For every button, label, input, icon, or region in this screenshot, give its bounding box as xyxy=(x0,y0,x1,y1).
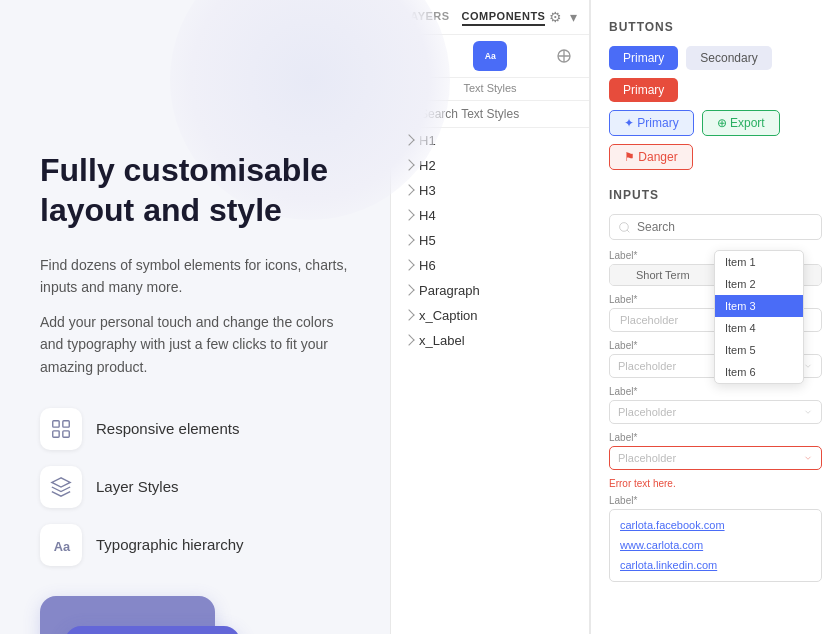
description-block: Find dozens of symbol elements for icons… xyxy=(40,254,350,378)
tree-item-label: x_Caption xyxy=(419,308,478,323)
input-4-placeholder: Placeholder xyxy=(618,406,676,418)
tree-arrow-icon xyxy=(403,309,414,320)
input-4-arrow-icon xyxy=(803,407,813,417)
layers-icon xyxy=(50,476,72,498)
dropdown-item-5[interactable]: Item 5 xyxy=(715,339,803,361)
typo-icon-box: Aa xyxy=(40,524,82,566)
feature-layer: Layer Styles xyxy=(40,466,350,508)
danger-button-1[interactable]: Primary xyxy=(609,78,678,102)
cards-stack: 01 Primary02 Primary Light03 Primary Dar… xyxy=(40,596,350,634)
input-error-field: Label* Placeholder Error text here. xyxy=(609,432,822,489)
feature-typo: Aa Typographic hierarchy xyxy=(40,524,350,566)
shortterm-option[interactable]: Short Term xyxy=(610,265,716,285)
svg-line-10 xyxy=(627,230,629,232)
tree-arrow-icon xyxy=(403,209,414,220)
tree-arrow-icon xyxy=(403,184,414,195)
error-input-placeholder: Placeholder xyxy=(618,452,676,464)
secondary-button[interactable]: Secondary xyxy=(686,46,771,70)
gear-icon[interactable]: ⚙ xyxy=(549,9,562,25)
export-button[interactable]: ⊕ Export xyxy=(702,110,780,136)
link-2[interactable]: www.carlota.com xyxy=(620,536,811,556)
links-list: carlota.facebook.com www.carlota.com car… xyxy=(609,509,822,582)
error-input[interactable]: Placeholder xyxy=(609,446,822,470)
features-list: Responsive elements Layer Styles Aa Typo… xyxy=(40,408,350,566)
text-style-icon-btn[interactable]: Aa xyxy=(473,41,507,71)
svg-rect-2 xyxy=(53,431,59,437)
layer-icon-box xyxy=(40,466,82,508)
text-icon: Aa xyxy=(50,534,72,556)
grid-icon xyxy=(50,418,72,440)
tree-item-label: H4 xyxy=(419,208,436,223)
tab-components[interactable]: COMPONENTS xyxy=(462,8,546,26)
tree-item-label: x_Label xyxy=(419,333,465,348)
dropdown-item-2[interactable]: Item 2 xyxy=(715,273,803,295)
card-2: 02 Primary Light xyxy=(65,626,240,634)
tree-item-paragraph[interactable]: Paragraph xyxy=(391,278,589,303)
dropdown-item-6[interactable]: Item 6 xyxy=(715,361,803,383)
right-wrapper: BUTTONS Primary Secondary Primary ✦ Prim… xyxy=(609,20,822,582)
svg-rect-0 xyxy=(53,421,59,427)
tree-item-h3[interactable]: H3 xyxy=(391,178,589,203)
dropdown-item-1[interactable]: Item 1 xyxy=(715,251,803,273)
dropdown-placeholder: Placeholder xyxy=(618,360,676,372)
links-field: Label* carlota.facebook.com www.carlota.… xyxy=(609,495,822,582)
dropdown-arrow-icon xyxy=(803,361,813,371)
style-tree: H1H2H3H4H5H6Paragraphx_Captionx_Label xyxy=(391,128,589,634)
svg-point-9 xyxy=(620,222,629,231)
tabs-right: ⚙ ▾ xyxy=(549,9,577,25)
tree-item-label: H5 xyxy=(419,233,436,248)
feature-responsive-label: Responsive elements xyxy=(96,420,239,437)
tree-arrow-icon xyxy=(403,234,414,245)
buttons-row-1: Primary Secondary Primary xyxy=(609,46,822,102)
primary-button-1[interactable]: Primary xyxy=(609,46,678,70)
error-input-arrow-icon xyxy=(803,453,813,463)
label-4: Label* xyxy=(609,386,822,397)
tree-item-h4[interactable]: H4 xyxy=(391,203,589,228)
color-icon xyxy=(556,48,572,64)
input-search-row[interactable] xyxy=(609,214,822,240)
main-title: Fully customisable layout and style xyxy=(40,150,350,230)
desc-2: Add your personal touch and change the c… xyxy=(40,311,350,378)
svg-text:Aa: Aa xyxy=(485,51,496,61)
inputs-search-field[interactable] xyxy=(637,220,787,234)
text-styles-icon: Aa xyxy=(482,48,498,64)
dropdown-list: Item 1 Item 2 Item 3 Item 4 Item 5 Item … xyxy=(714,250,804,384)
label-5: Label* xyxy=(609,432,822,443)
color-icon-btn[interactable] xyxy=(547,41,581,71)
label-6: Label* xyxy=(609,495,822,506)
tree-item-x_label[interactable]: x_Label xyxy=(391,328,589,353)
responsive-icon-box xyxy=(40,408,82,450)
primary-outline-button[interactable]: ✦ Primary xyxy=(609,110,694,136)
link-3[interactable]: carlota.linkedin.com xyxy=(620,556,811,576)
left-panel: Fully customisable layout and style Find… xyxy=(0,0,390,634)
input-4[interactable]: Placeholder xyxy=(609,400,822,424)
tree-arrow-icon xyxy=(403,334,414,345)
search-small-icon xyxy=(618,221,631,234)
inputs-title: INPUTS xyxy=(609,188,822,202)
right-panel: BUTTONS Primary Secondary Primary ✦ Prim… xyxy=(590,0,840,634)
buttons-section: BUTTONS Primary Secondary Primary ✦ Prim… xyxy=(609,20,822,170)
desc-1: Find dozens of symbol elements for icons… xyxy=(40,254,350,299)
error-message: Error text here. xyxy=(609,478,822,489)
tree-arrow-icon xyxy=(403,259,414,270)
inputs-section: INPUTS Label* Short Term Annual xyxy=(609,188,822,582)
input-label-4: Label* Placeholder xyxy=(609,386,822,424)
feature-responsive: Responsive elements xyxy=(40,408,350,450)
tree-item-label: H3 xyxy=(419,183,436,198)
tree-item-label: H6 xyxy=(419,258,436,273)
danger-outline-button[interactable]: ⚑ Danger xyxy=(609,144,693,170)
feature-layer-label: Layer Styles xyxy=(96,478,179,495)
dropdown-item-3[interactable]: Item 3 xyxy=(715,295,803,317)
feature-typo-label: Typographic hierarchy xyxy=(96,536,244,553)
link-1[interactable]: carlota.facebook.com xyxy=(620,516,811,536)
svg-rect-1 xyxy=(63,421,69,427)
tree-arrow-icon xyxy=(403,284,414,295)
tree-item-x_caption[interactable]: x_Caption xyxy=(391,303,589,328)
tree-item-h6[interactable]: H6 xyxy=(391,253,589,278)
dropdown-item-4[interactable]: Item 4 xyxy=(715,317,803,339)
svg-text:Aa: Aa xyxy=(54,538,71,553)
chevron-down-icon[interactable]: ▾ xyxy=(570,9,577,25)
tree-item-h5[interactable]: H5 xyxy=(391,228,589,253)
buttons-title: BUTTONS xyxy=(609,20,822,34)
svg-rect-3 xyxy=(63,431,69,437)
